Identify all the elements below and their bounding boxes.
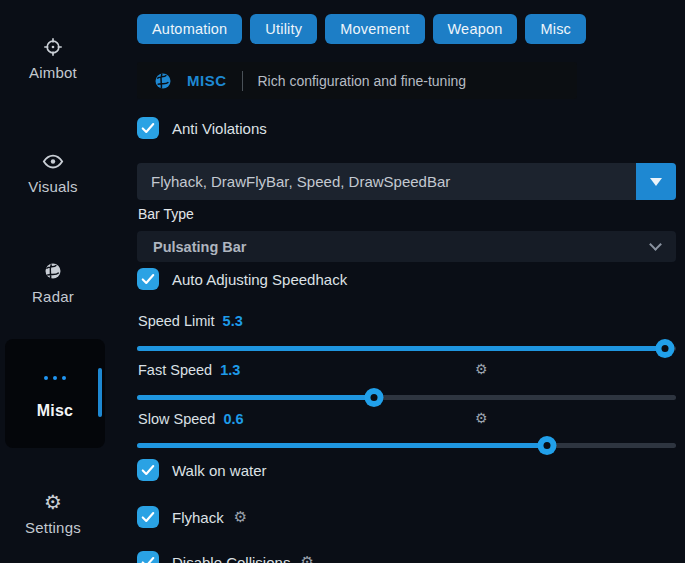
fast-speed-slider[interactable] [137,388,676,406]
globe-icon [153,71,173,91]
fast-speed-value: 1.3 [220,362,240,378]
checkbox-anti-violations[interactable]: Anti Violations [137,117,267,139]
speed-limit-value: 5.3 [223,313,243,329]
tab-weapon[interactable]: Weapon [433,14,518,44]
fast-speed-label: Fast Speed 1.3 [138,362,240,378]
bar-type-value: Pulsating Bar [153,239,651,255]
bar-type-select[interactable]: Pulsating Bar [137,231,676,262]
dropdown-open-button[interactable] [636,163,676,200]
slider-fill [137,346,665,351]
checkbox-label: Walk on water [172,462,266,479]
gear-icon[interactable]: ⚙ [234,510,247,525]
checkbox-checked-icon [137,551,159,563]
tab-bar: Automation Utility Movement Weapon Misc [137,14,586,44]
gear-icon: ⚙ [44,492,62,512]
content-panel: Automation Utility Movement Weapon Misc … [137,0,676,563]
gear-icon[interactable]: ⚙ [475,411,488,425]
sidebar-item-label: Visuals [28,178,77,195]
sidebar-item-misc[interactable]: Misc [5,339,105,448]
sidebar-item-label: Settings [25,519,81,536]
checkbox-label: Disable Collisions [172,554,290,563]
slider-thumb[interactable] [656,339,675,358]
checkbox-disable-collisions[interactable]: Disable Collisions ⚙ [137,551,314,563]
bar-multiselect-field[interactable]: Flyhack, DrawFlyBar, Speed, DrawSpeedBar [137,163,676,200]
tab-automation[interactable]: Automation [137,14,242,44]
chevron-down-icon [649,238,662,251]
crosshair-icon [43,37,63,57]
checkbox-label: Auto Adjusting Speedhack [172,271,347,288]
slider-fill [137,443,547,448]
triangle-down-icon [650,178,662,186]
sidebar-item-settings[interactable]: ⚙ Settings [0,492,106,536]
sidebar-item-label: Misc [37,402,73,420]
section-title: MISC [187,72,227,89]
sidebar-item-label: Radar [32,288,74,305]
tab-misc[interactable]: Misc [525,14,586,44]
checkbox-label: Flyhack [172,509,224,526]
checkbox-checked-icon [137,268,159,290]
tab-movement[interactable]: Movement [325,14,424,44]
slider-thumb[interactable] [365,388,384,407]
globe-icon [43,261,63,281]
slow-speed-slider[interactable] [137,436,676,454]
tab-utility[interactable]: Utility [250,14,317,44]
checkbox-checked-icon [137,117,159,139]
app-window: Aimbot Visuals Radar Misc ⚙ Settings [0,0,685,563]
gear-icon[interactable]: ⚙ [300,555,313,563]
checkbox-label: Anti Violations [172,120,267,137]
checkbox-checked-icon [137,506,159,528]
checkbox-walk-on-water[interactable]: Walk on water [137,459,266,481]
slow-speed-value: 0.6 [223,411,243,427]
speed-limit-slider[interactable] [137,339,676,357]
checkbox-checked-icon [137,459,159,481]
bar-type-label: Bar Type [138,206,194,222]
speed-limit-label: Speed Limit 5.3 [138,313,243,329]
checkbox-flyhack[interactable]: Flyhack ⚙ [137,506,247,528]
sidebar-item-radar[interactable]: Radar [0,261,106,305]
section-header: MISC Rich configuration and fine-tuning [137,62,577,99]
divider [242,71,243,91]
section-subtitle: Rich configuration and fine-tuning [258,73,467,89]
bar-multiselect-value: Flyhack, DrawFlyBar, Speed, DrawSpeedBar [137,173,636,190]
sidebar-item-label: Aimbot [29,64,77,81]
sidebar-item-visuals[interactable]: Visuals [0,151,106,195]
sidebar-item-aimbot[interactable]: Aimbot [0,37,106,81]
ellipsis-icon [44,368,66,388]
active-indicator [98,368,102,417]
gear-icon[interactable]: ⚙ [475,362,488,376]
checkbox-auto-adjusting-speedhack[interactable]: Auto Adjusting Speedhack [137,268,347,290]
sidebar: Aimbot Visuals Radar Misc ⚙ Settings [0,0,130,563]
eye-icon [42,151,64,171]
slider-thumb[interactable] [537,436,556,455]
slow-speed-label: Slow Speed 0.6 [138,411,244,427]
slider-fill [137,395,374,400]
